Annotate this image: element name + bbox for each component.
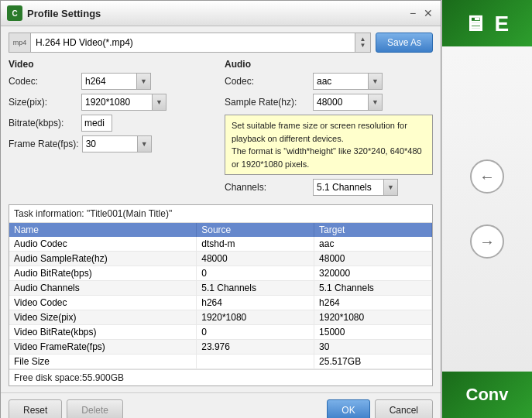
- table-cell: Video FrameRate(fps): [9, 340, 197, 355]
- table-row: Audio BitRate(bps)0320000: [9, 266, 432, 281]
- back-nav-button[interactable]: ←: [470, 159, 504, 194]
- video-column: Video Codec: h264 ▼ Size(pix): 1920*1080…: [9, 59, 217, 200]
- col-source-header: Source: [197, 223, 314, 237]
- table-row: File Size25.517GB: [9, 355, 432, 369]
- table-cell: dtshd-m: [197, 237, 314, 252]
- audio-codec-arrow: ▼: [368, 74, 382, 89]
- window-title: Profile Settings: [27, 8, 101, 19]
- profile-settings-window: C Profile Settings − ✕ mp4 H.264 HD Vide…: [0, 0, 441, 418]
- audio-channels-row: Channels: 5.1 Channels ▼: [225, 179, 433, 196]
- table-row: Video Size(pix)1920*10801920*1080: [9, 310, 432, 325]
- audio-samplerate-dropdown[interactable]: 48000 ▼: [313, 94, 383, 111]
- table-cell: 30: [314, 340, 432, 355]
- table-cell: 5.1 Channels: [197, 281, 314, 296]
- video-codec-value: h264: [82, 76, 136, 87]
- reset-button[interactable]: Reset: [9, 399, 62, 418]
- col-name-header: Name: [9, 223, 197, 237]
- right-sidebar: 🖥 E ← → Conv: [441, 0, 532, 418]
- profile-dropdown[interactable]: mp4 H.264 HD Video(*.mp4) ▲ ▼: [9, 33, 371, 53]
- table-cell: 48000: [197, 252, 314, 266]
- forward-nav-button[interactable]: →: [470, 224, 504, 259]
- table-cell: 320000: [314, 266, 432, 281]
- arrow-down-icon: ▼: [360, 43, 366, 49]
- back-arrow-icon: ←: [479, 168, 495, 186]
- video-fps-row: Frame Rate(fps): 30 ▼: [9, 135, 217, 152]
- profile-arrows[interactable]: ▲ ▼: [355, 33, 370, 52]
- table-cell: Audio Codec: [9, 237, 197, 252]
- save-as-button[interactable]: Save As: [376, 33, 433, 53]
- table-cell: h264: [314, 296, 432, 310]
- audio-samplerate-arrow: ▼: [368, 94, 382, 110]
- table-row: Video FrameRate(fps)23.97630: [9, 340, 432, 355]
- video-codec-row: Codec: h264 ▼: [9, 73, 217, 90]
- app-icon: C: [7, 5, 22, 21]
- table-cell: h264: [197, 296, 314, 310]
- table-cell: 48000: [314, 252, 432, 266]
- table-cell: 25.517GB: [314, 355, 432, 369]
- video-bitrate-partial: medi: [81, 115, 112, 132]
- audio-samplerate-value: 48000: [314, 97, 368, 108]
- table-cell: 1920*1080: [314, 310, 432, 325]
- video-codec-label: Codec:: [9, 76, 78, 87]
- minimize-button[interactable]: −: [407, 7, 419, 19]
- video-size-label: Size(pix):: [9, 97, 78, 108]
- profile-format-icon: mp4: [9, 33, 31, 52]
- table-cell: Video Size(pix): [9, 310, 197, 325]
- table-cell: Audio Channels: [9, 281, 197, 296]
- video-fps-value: 30: [83, 139, 137, 149]
- video-codec-arrow: ▼: [136, 74, 150, 89]
- table-row: Video BitRate(kbps)015000: [9, 325, 432, 340]
- task-info-table: Name Source Target Audio Codecdtshd-maac…: [9, 223, 432, 369]
- video-size-row: Size(pix): 1920*1080 ▼: [9, 94, 217, 111]
- settings-columns: Video Codec: h264 ▼ Size(pix): 1920*1080…: [9, 59, 433, 200]
- audio-column: Audio Codec: aac ▼ Sample Rate(hz): 4800…: [225, 59, 433, 200]
- tooltip-line1: Set suitable frame size or screen resolu…: [232, 121, 407, 143]
- logo-text: 🖥 E: [464, 11, 510, 36]
- btn-right-group: OK Cancel: [327, 399, 433, 418]
- audio-samplerate-label: Sample Rate(hz):: [225, 97, 310, 108]
- task-info-section: Task information: "Title001(Main Title)"…: [9, 204, 433, 386]
- cancel-button[interactable]: Cancel: [375, 399, 433, 418]
- video-size-value: 1920*1080: [82, 97, 152, 108]
- title-bar: C Profile Settings − ✕: [1, 1, 441, 26]
- delete-button[interactable]: Delete: [67, 399, 123, 418]
- video-bitrate-row: Bitrate(kbps): medi: [9, 115, 217, 132]
- video-bitrate-label: Bitrate(kbps):: [9, 118, 78, 128]
- close-button[interactable]: ✕: [422, 7, 434, 19]
- table-cell: 1920*1080: [197, 310, 314, 325]
- audio-codec-dropdown[interactable]: aac ▼: [313, 73, 383, 90]
- table-cell: 5.1 Channels: [314, 281, 432, 296]
- window-controls: − ✕: [407, 7, 434, 19]
- table-cell: Audio SampleRate(hz): [9, 252, 197, 266]
- tooltip-box: Set suitable frame size or screen resolu…: [225, 115, 433, 175]
- btn-left-group: Reset Delete: [9, 399, 123, 418]
- audio-channels-arrow: ▼: [383, 180, 397, 195]
- table-cell: Video Codec: [9, 296, 197, 310]
- forward-arrow-icon: →: [479, 233, 495, 251]
- title-bar-left: C Profile Settings: [7, 5, 101, 21]
- table-cell: 0: [197, 266, 314, 281]
- table-row: Audio Codecdtshd-maac: [9, 237, 432, 252]
- table-row: Audio SampleRate(hz)4800048000: [9, 252, 432, 266]
- video-size-dropdown[interactable]: 1920*1080 ▼: [81, 94, 166, 111]
- video-size-arrow: ▼: [152, 94, 166, 110]
- bottom-bar: Reset Delete OK Cancel: [1, 392, 441, 418]
- audio-codec-row: Codec: aac ▼: [225, 73, 433, 90]
- audio-channels-label: Channels:: [225, 182, 310, 193]
- video-codec-dropdown[interactable]: h264 ▼: [81, 73, 151, 90]
- profile-row: mp4 H.264 HD Video(*.mp4) ▲ ▼ Save As: [9, 33, 433, 53]
- video-fps-dropdown[interactable]: 30 ▼: [82, 135, 152, 152]
- table-cell: 15000: [314, 325, 432, 340]
- video-group-label: Video: [9, 59, 217, 70]
- disk-space: Free disk space:55.900GB: [9, 369, 432, 385]
- table-cell: File Size: [9, 355, 197, 369]
- audio-channels-value: 5.1 Channels: [314, 182, 383, 193]
- ok-button[interactable]: OK: [327, 399, 369, 418]
- sidebar-bottom-text: Conv: [466, 385, 509, 405]
- col-target-header: Target: [314, 223, 432, 237]
- content-area: mp4 H.264 HD Video(*.mp4) ▲ ▼ Save As Vi…: [1, 26, 441, 392]
- audio-codec-value: aac: [314, 76, 368, 87]
- audio-group-label: Audio: [225, 59, 433, 70]
- audio-channels-dropdown[interactable]: 5.1 Channels ▼: [313, 179, 398, 196]
- profile-value: H.264 HD Video(*.mp4): [31, 37, 355, 48]
